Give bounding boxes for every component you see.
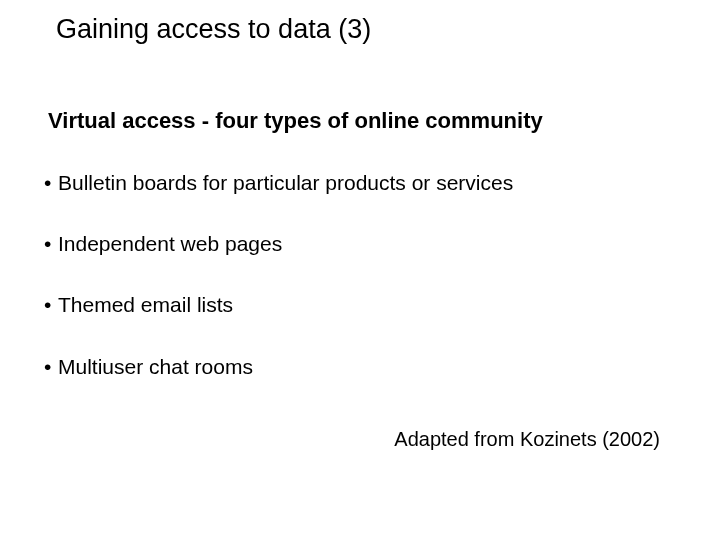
attribution-text: Adapted from Kozinets (2002) <box>394 428 660 451</box>
bullet-icon: • <box>44 231 58 256</box>
bullet-text: Multiuser chat rooms <box>58 355 253 378</box>
bullet-icon: • <box>44 354 58 379</box>
list-item: •Independent web pages <box>44 231 513 256</box>
slide-title: Gaining access to data (3) <box>56 14 371 45</box>
bullet-icon: • <box>44 292 58 317</box>
slide-subheading: Virtual access - four types of online co… <box>48 108 543 134</box>
list-item: •Bulletin boards for particular products… <box>44 170 513 195</box>
bullet-list: •Bulletin boards for particular products… <box>44 170 513 415</box>
bullet-icon: • <box>44 170 58 195</box>
bullet-text: Bulletin boards for particular products … <box>58 171 513 194</box>
slide: Gaining access to data (3) Virtual acces… <box>0 0 720 540</box>
list-item: •Themed email lists <box>44 292 513 317</box>
bullet-text: Themed email lists <box>58 293 233 316</box>
bullet-text: Independent web pages <box>58 232 282 255</box>
list-item: •Multiuser chat rooms <box>44 354 513 379</box>
